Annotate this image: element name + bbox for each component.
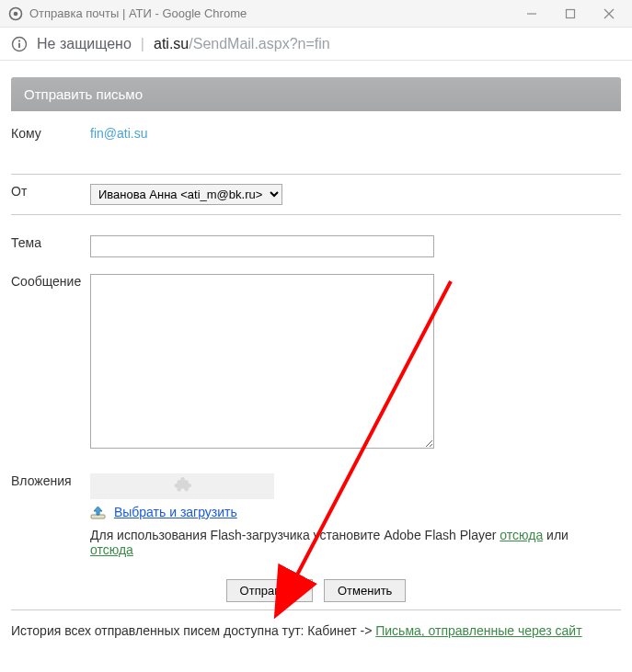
history-text: История всех отправленных писем доступна…: [11, 623, 375, 638]
row-from: От Иванова Анна <ati_m@bk.ru>: [11, 175, 621, 215]
plugin-icon: [172, 474, 192, 499]
svg-rect-3: [567, 9, 575, 17]
from-select[interactable]: Иванова Анна <ati_m@bk.ru>: [90, 184, 282, 205]
svg-rect-9: [91, 515, 105, 518]
history-link[interactable]: Письма, отправленные через сайт: [375, 623, 581, 638]
attach-upload-line: Выбрать и загрузить: [90, 505, 621, 520]
window-titlebar: Отправка почты | АТИ - Google Chrome: [0, 0, 632, 28]
row-attach: Вложения Выбрать и загрузить Для использ…: [11, 461, 621, 566]
svg-rect-8: [18, 42, 20, 47]
upload-link[interactable]: Выбрать и загрузить: [114, 505, 237, 519]
window-minimize-button[interactable]: [512, 1, 551, 27]
svg-point-7: [18, 40, 20, 41]
favicon-icon: [7, 6, 24, 22]
panel-title: Отправить письмо: [24, 86, 143, 102]
to-label: Кому: [11, 126, 90, 141]
info-icon: [11, 36, 28, 52]
upload-icon: [90, 506, 107, 520]
flash-note-text-mid: или: [543, 528, 569, 542]
cancel-button[interactable]: Отменить: [324, 579, 406, 602]
window-close-button[interactable]: [590, 1, 628, 27]
window-maximize-button[interactable]: [551, 1, 590, 27]
row-message: Сообщение: [11, 267, 621, 461]
subject-label: Тема: [11, 235, 90, 250]
svg-point-1: [14, 11, 18, 16]
flash-note-text-pre: Для использования Flash-загрузчика устан…: [90, 528, 500, 542]
subject-input[interactable]: [90, 235, 434, 257]
address-separator: |: [141, 36, 144, 52]
attach-flash-placeholder: [90, 473, 274, 499]
history-line: История всех отправленных писем доступна…: [11, 610, 621, 638]
row-subject: Тема: [11, 215, 621, 267]
to-value: fin@ati.su: [90, 125, 147, 141]
panel-header: Отправить письмо: [11, 77, 621, 111]
row-to: Кому fin@ati.su: [11, 111, 621, 175]
message-label: Сообщение: [11, 274, 90, 289]
message-textarea[interactable]: [90, 274, 434, 449]
security-text: Не защищено: [37, 36, 132, 52]
flash-link-2[interactable]: отсюда: [90, 542, 133, 557]
from-label: От: [11, 184, 90, 199]
submit-button[interactable]: Отправить: [226, 579, 313, 602]
button-row: Отправить Отменить: [11, 566, 621, 610]
window-title: Отправка почты | АТИ - Google Chrome: [29, 6, 512, 20]
page-body: Отправить письмо Кому fin@ati.su От Иван…: [0, 61, 632, 647]
flash-note: Для использования Flash-загрузчика устан…: [90, 528, 621, 557]
url-host: ati.su: [154, 36, 189, 52]
flash-link-1[interactable]: отсюда: [500, 528, 543, 542]
attach-label: Вложения: [11, 473, 90, 488]
address-bar[interactable]: Не защищено | ati.su/SendMail.aspx?n=fin: [0, 28, 632, 61]
url-path: /SendMail.aspx?n=fin: [189, 36, 329, 52]
